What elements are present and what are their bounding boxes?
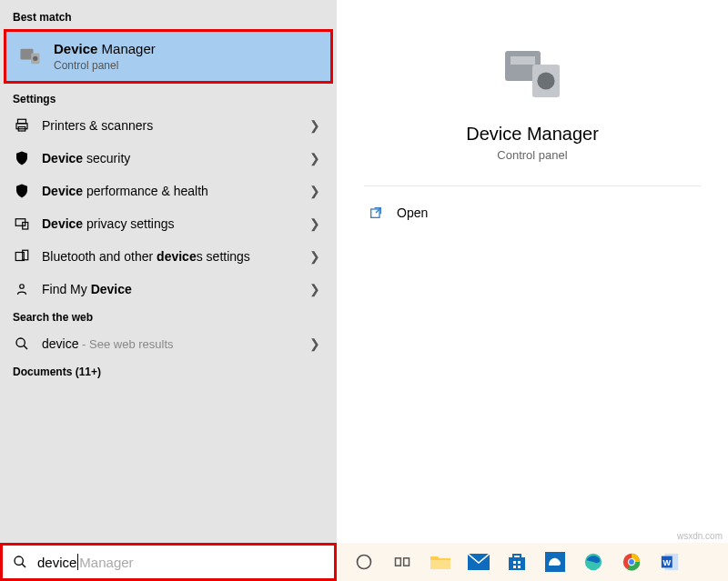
preview-subtitle: Control panel	[497, 148, 567, 162]
settings-item-find-my-device[interactable]: Find My Device ❯	[0, 273, 337, 306]
chrome-icon[interactable]	[619, 549, 644, 575]
chevron-right-icon: ❯	[309, 282, 320, 296]
svg-point-15	[537, 72, 554, 89]
svg-rect-27	[513, 561, 516, 564]
svg-point-19	[15, 556, 23, 565]
task-view-icon[interactable]	[389, 549, 415, 575]
printer-icon	[13, 116, 31, 135]
settings-item-label: Device performance & health	[42, 184, 309, 198]
settings-header: Settings	[0, 87, 337, 109]
svg-rect-23	[404, 558, 410, 566]
msn-icon[interactable]	[542, 549, 568, 575]
device-manager-hero-icon	[496, 36, 569, 109]
search-icon	[12, 554, 28, 570]
bluetooth-icon	[13, 247, 31, 265]
divider	[364, 185, 701, 186]
svg-point-11	[16, 338, 25, 346]
best-match-header: Best match	[0, 5, 337, 27]
edge-icon[interactable]	[581, 549, 606, 575]
chevron-right-icon: ❯	[309, 216, 320, 231]
settings-item-label: Printers & scanners	[42, 118, 309, 133]
mail-icon[interactable]	[466, 549, 491, 575]
svg-line-20	[22, 564, 25, 567]
privacy-icon	[13, 215, 31, 233]
settings-item-label: Device security	[42, 151, 309, 165]
search-web-header: Search the web	[0, 306, 337, 327]
settings-item-device-performance[interactable]: Device performance & health ❯	[0, 175, 337, 207]
device-manager-icon	[17, 44, 43, 69]
best-match-title: Device Manager	[54, 41, 156, 57]
taskbar: device Manager W	[0, 543, 728, 581]
settings-item-device-security[interactable]: Device security ❯	[0, 142, 337, 175]
svg-point-10	[20, 285, 25, 289]
svg-text:W: W	[662, 558, 671, 567]
settings-item-bluetooth[interactable]: Bluetooth and other devices settings ❯	[0, 240, 337, 273]
best-match-text: Device Manager Control panel	[54, 41, 156, 72]
svg-rect-30	[518, 566, 521, 568]
svg-rect-28	[518, 561, 521, 564]
documents-header: Documents (11+)	[0, 360, 337, 382]
svg-rect-3	[18, 119, 26, 124]
findmy-icon	[13, 280, 31, 298]
word-icon[interactable]: W	[657, 549, 682, 575]
best-match-item[interactable]: Device Manager Control panel	[6, 32, 330, 81]
search-box[interactable]: device Manager	[0, 543, 337, 581]
chevron-right-icon: ❯	[309, 118, 320, 133]
web-result-label: device - See web results	[42, 336, 309, 351]
svg-rect-29	[513, 566, 516, 568]
highlight-best-match: Device Manager Control panel	[4, 29, 333, 84]
shield-icon	[13, 149, 31, 167]
svg-rect-26	[509, 557, 525, 570]
svg-line-12	[24, 346, 27, 349]
settings-item-device-privacy[interactable]: Device privacy settings ❯	[0, 207, 337, 240]
web-result-item[interactable]: device - See web results ❯	[0, 327, 337, 360]
svg-rect-22	[396, 558, 401, 566]
settings-item-label: Device privacy settings	[42, 216, 309, 231]
svg-rect-24	[430, 560, 450, 569]
preview-title: Device Manager	[466, 124, 599, 145]
action-open-label: Open	[397, 205, 428, 220]
svg-rect-16	[511, 56, 535, 65]
svg-point-2	[33, 56, 37, 61]
file-explorer-icon[interactable]	[428, 549, 453, 575]
svg-point-21	[358, 556, 371, 569]
taskbar-icons: W	[337, 549, 728, 575]
watermark: wsxdn.com	[677, 531, 723, 541]
chevron-right-icon: ❯	[309, 336, 320, 351]
action-open[interactable]: Open	[364, 199, 701, 226]
settings-item-label: Bluetooth and other devices settings	[42, 249, 309, 264]
shield-icon	[13, 182, 31, 200]
best-match-subtitle: Control panel	[54, 59, 156, 72]
preview-panel: Device Manager Control panel Open	[337, 0, 728, 543]
chevron-right-icon: ❯	[309, 151, 320, 165]
settings-item-printers[interactable]: Printers & scanners ❯	[0, 109, 337, 142]
store-icon[interactable]	[504, 549, 530, 575]
open-icon	[368, 205, 384, 221]
chevron-right-icon: ❯	[309, 184, 320, 198]
cortana-icon[interactable]	[351, 549, 377, 575]
search-input[interactable]: device Manager	[37, 554, 134, 570]
svg-point-35	[629, 559, 634, 565]
search-icon	[13, 335, 31, 353]
settings-item-label: Find My Device	[42, 282, 309, 296]
search-results-panel: Best match Device Manager Control panel …	[0, 0, 337, 543]
chevron-right-icon: ❯	[309, 249, 320, 264]
